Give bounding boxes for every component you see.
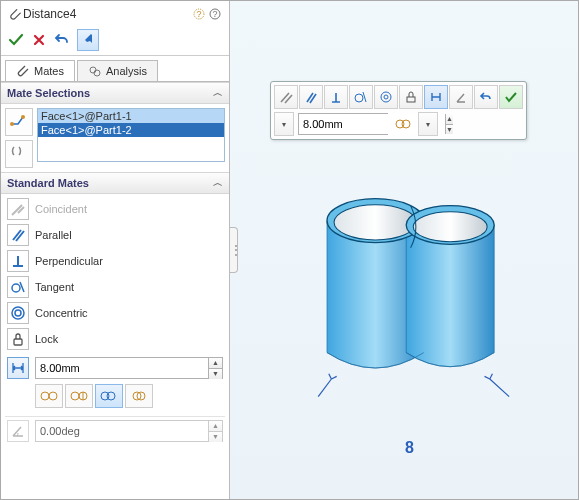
svg-text:?: ? xyxy=(212,9,217,19)
model-preview xyxy=(300,181,530,401)
svg-point-20 xyxy=(355,94,363,102)
svg-point-25 xyxy=(402,120,410,128)
mate-tangent[interactable]: Tangent xyxy=(5,274,225,300)
pin-button[interactable] xyxy=(77,29,99,51)
parallel-icon xyxy=(7,224,29,246)
distance-spin-down[interactable]: ▼ xyxy=(208,369,222,379)
mate-entities-icon[interactable] xyxy=(5,108,33,136)
flip-dim-4[interactable] xyxy=(125,384,153,408)
svg-point-14 xyxy=(71,392,79,400)
selection-list[interactable]: Face<1>@Part1-1 Face<1>@Part1-2 xyxy=(37,108,225,162)
undo-button[interactable] xyxy=(53,31,71,49)
ctx-spin-up[interactable]: ▲ xyxy=(445,114,453,125)
help-options-icon[interactable]: ? xyxy=(191,6,207,22)
paperclip-icon xyxy=(7,6,23,22)
svg-rect-23 xyxy=(407,97,415,102)
property-manager-panel: Distance4 ? ? xyxy=(1,1,230,499)
svg-point-21 xyxy=(381,92,391,102)
feature-title: Distance4 xyxy=(23,7,191,21)
ctx-undo-icon[interactable] xyxy=(474,85,498,109)
collapse-icon: ︿ xyxy=(213,176,223,190)
distance-mate-icon[interactable] xyxy=(7,357,29,379)
concentric-icon xyxy=(7,302,29,324)
ctx-lock-icon[interactable] xyxy=(399,85,423,109)
ctx-coincident-icon[interactable] xyxy=(274,85,298,109)
flip-dim-2[interactable] xyxy=(65,384,93,408)
flip-dim-1[interactable] xyxy=(35,384,63,408)
svg-point-7 xyxy=(10,122,14,126)
svg-text:?: ? xyxy=(196,9,201,19)
mate-coincident[interactable]: Coincident xyxy=(5,196,225,222)
selection-item[interactable]: Face<1>@Part1-1 xyxy=(38,109,224,123)
ctx-distance-icon[interactable] xyxy=(424,85,448,109)
coincident-icon xyxy=(7,198,29,220)
svg-point-22 xyxy=(384,95,388,99)
ctx-perpendicular-icon[interactable] xyxy=(324,85,348,109)
perpendicular-icon xyxy=(7,250,29,272)
svg-point-6 xyxy=(21,115,25,119)
flip-dim-3[interactable] xyxy=(95,384,123,408)
mate-context-toolbar: ▾ ▲ ▼ ▾ xyxy=(270,81,527,140)
panel-splitter[interactable] xyxy=(230,227,238,273)
angle-input[interactable]: ▲ ▼ xyxy=(35,420,223,442)
distance-spin-up[interactable]: ▲ xyxy=(208,358,222,369)
tab-analysis[interactable]: Analysis xyxy=(77,60,158,81)
svg-point-13 xyxy=(49,392,57,400)
dimension-value[interactable]: 8 xyxy=(405,439,414,457)
section-standard-mates[interactable]: Standard Mates ︿ xyxy=(1,172,229,194)
svg-point-12 xyxy=(41,392,49,400)
tab-label: Analysis xyxy=(106,65,147,77)
mate-perpendicular[interactable]: Perpendicular xyxy=(5,248,225,274)
ctx-flip-dropdown-icon[interactable]: ▾ xyxy=(418,112,438,136)
mate-lock[interactable]: Lock xyxy=(5,326,225,352)
section-mate-selections[interactable]: Mate Selections ︿ xyxy=(1,82,229,104)
angle-mate-icon[interactable] xyxy=(7,420,29,442)
tangent-icon xyxy=(7,276,29,298)
ctx-ok-icon[interactable] xyxy=(499,85,523,109)
ok-button[interactable] xyxy=(7,31,25,49)
cancel-button[interactable] xyxy=(31,32,47,48)
ctx-dropdown-icon[interactable]: ▾ xyxy=(274,112,294,136)
help-icon[interactable]: ? xyxy=(207,6,223,22)
selection-item[interactable]: Face<1>@Part1-2 xyxy=(38,123,224,137)
ctx-parallel-icon[interactable] xyxy=(299,85,323,109)
collapse-icon: ︿ xyxy=(213,86,223,100)
svg-point-8 xyxy=(12,284,20,292)
ctx-angle-icon[interactable] xyxy=(449,85,473,109)
ctx-tangent-icon[interactable] xyxy=(349,85,373,109)
ctx-spin-down[interactable]: ▼ xyxy=(445,125,453,135)
svg-point-17 xyxy=(107,392,115,400)
svg-rect-11 xyxy=(14,339,22,345)
distance-input[interactable]: ▲ ▼ xyxy=(35,357,223,379)
ctx-distance-input[interactable]: ▲ ▼ xyxy=(298,113,388,135)
svg-point-10 xyxy=(15,310,21,316)
tab-mates[interactable]: Mates xyxy=(5,60,75,81)
svg-point-27 xyxy=(334,205,417,240)
svg-point-9 xyxy=(12,307,24,319)
ctx-flip-1-icon[interactable] xyxy=(392,113,414,135)
svg-point-29 xyxy=(413,212,487,242)
multi-mate-icon[interactable] xyxy=(5,140,33,168)
graphics-viewport[interactable]: ▾ ▲ ▼ ▾ xyxy=(230,1,578,499)
ctx-concentric-icon[interactable] xyxy=(374,85,398,109)
tab-label: Mates xyxy=(34,65,64,77)
lock-icon xyxy=(7,328,29,350)
svg-point-4 xyxy=(90,67,96,73)
angle-spin-down[interactable]: ▼ xyxy=(208,432,222,442)
mate-concentric[interactable]: Concentric xyxy=(5,300,225,326)
svg-point-5 xyxy=(94,70,100,76)
mate-parallel[interactable]: Parallel xyxy=(5,222,225,248)
angle-spin-up[interactable]: ▲ xyxy=(208,421,222,432)
